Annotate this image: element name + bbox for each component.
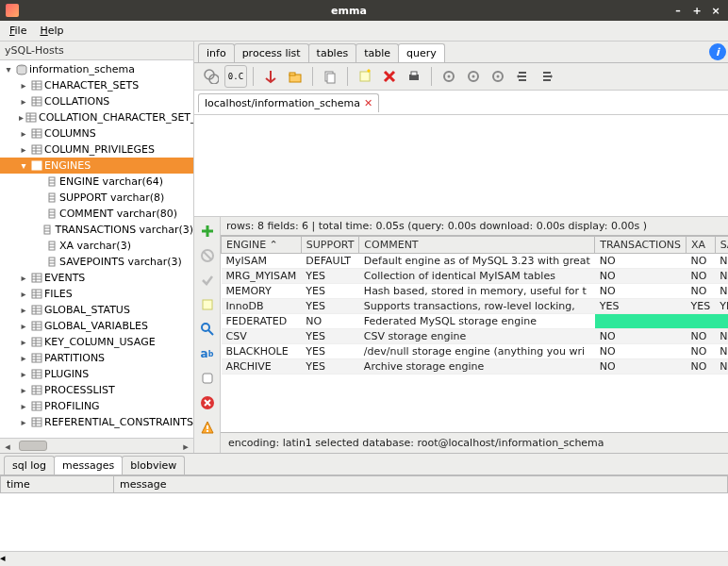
table-cell[interactable]: NO (687, 329, 716, 344)
table-cell[interactable]: NO (687, 284, 716, 299)
tree-item[interactable]: SAVEPOINTS varchar(3) (0, 254, 193, 270)
tree-item[interactable]: ▾information_schema (0, 61, 193, 77)
expander-icon[interactable]: ▸ (19, 401, 28, 411)
close-tab-icon[interactable]: ✕ (364, 97, 372, 109)
execute-button[interactable] (200, 65, 223, 88)
expander-icon[interactable]: ▸ (19, 337, 28, 347)
bottom-tab-messages[interactable]: messages (54, 456, 123, 474)
log-table[interactable]: time message (0, 474, 728, 551)
table-cell[interactable] (687, 314, 716, 329)
breadcrumb-tab[interactable]: localhost/information_schema ✕ (198, 93, 379, 112)
table-cell[interactable]: NO (595, 269, 687, 284)
table-cell[interactable]: Federated MySQL storage engine (359, 314, 595, 329)
cancel-icon[interactable] (197, 245, 218, 266)
table-cell[interactable]: NO (595, 359, 687, 375)
menu-help[interactable]: Help (34, 23, 69, 39)
table-cell[interactable]: NO (715, 329, 728, 344)
table-cell[interactable]: Default engine as of MySQL 3.23 with gre… (359, 254, 595, 269)
expander-icon[interactable]: ▸ (19, 417, 28, 427)
table-row[interactable]: InnoDBYESSupports transactions, row-leve… (222, 299, 729, 314)
maximize-button[interactable]: + (690, 4, 703, 17)
scroll-left-icon[interactable]: ◂ (0, 439, 15, 454)
column-header[interactable]: ENGINE ⌃ (222, 237, 302, 254)
table-cell[interactable]: YES (301, 344, 359, 359)
delete-button[interactable] (378, 65, 401, 88)
table-cell[interactable]: CSV storage engine (359, 329, 595, 344)
expander-icon[interactable]: ▸ (19, 112, 24, 123)
tree-item[interactable]: ▸PLUGINS (0, 366, 193, 382)
expander-icon[interactable]: ▸ (19, 369, 28, 379)
indent-right-button[interactable] (536, 65, 558, 88)
close-button[interactable]: × (709, 4, 722, 17)
error-icon[interactable] (197, 392, 218, 413)
bottom-tab-blobview[interactable]: blobview (122, 456, 185, 474)
table-cell[interactable]: YES (715, 299, 728, 314)
table-cell[interactable]: NO (687, 344, 716, 359)
table-cell[interactable]: NO (715, 284, 728, 299)
bottom-tab-sql-log[interactable]: sql log (4, 456, 55, 474)
table-cell[interactable]: YES (301, 299, 359, 314)
tab-query[interactable]: query (398, 43, 445, 62)
tree-item[interactable]: ▸GLOBAL_STATUS (0, 302, 193, 318)
table-cell[interactable]: NO (595, 329, 687, 344)
table-cell[interactable]: NO (687, 269, 716, 284)
minimize-button[interactable]: – (671, 4, 685, 17)
tree-item[interactable]: ▸PARTITIONS (0, 350, 193, 366)
expander-icon[interactable]: ▸ (19, 321, 28, 331)
table-cell[interactable]: Archive storage engine (359, 359, 595, 375)
table-cell[interactable]: NO (595, 284, 687, 299)
expander-icon[interactable]: ▸ (19, 289, 28, 299)
table-row[interactable]: MRG_MYISAMYESCollection of identical MyI… (222, 269, 729, 284)
table-cell[interactable]: Collection of identical MyISAM tables (359, 269, 595, 284)
table-row[interactable]: CSVYESCSV storage engineNONONO (222, 329, 729, 344)
toggle-icon[interactable] (197, 368, 218, 389)
table-row[interactable]: MyISAMDEFAULTDefault engine as of MySQL … (222, 254, 729, 269)
table-cell[interactable]: YES (301, 284, 359, 299)
table-cell[interactable]: NO (595, 254, 687, 269)
table-cell[interactable]: BLACKHOLE (222, 344, 302, 359)
table-cell[interactable]: NO (301, 314, 359, 329)
zoom-icon[interactable] (197, 319, 218, 340)
warning-icon[interactable] (197, 417, 218, 438)
expander-icon[interactable]: ▸ (19, 80, 28, 91)
expander-icon[interactable]: ▾ (4, 64, 13, 75)
table-cell[interactable]: NO (715, 269, 728, 284)
save-button[interactable] (259, 65, 282, 88)
table-cell[interactable] (595, 314, 687, 329)
copy-button[interactable] (319, 65, 341, 88)
log-col-message[interactable]: message (114, 476, 728, 493)
table-row[interactable]: MEMORYYESHash based, stored in memory, u… (222, 284, 729, 299)
tree-item[interactable]: ▾ENGINES (0, 158, 193, 174)
tree-item[interactable]: ▸PROCESSLIST (0, 382, 193, 398)
table-cell[interactable]: NO (687, 359, 716, 375)
indent-left-button[interactable] (511, 65, 534, 88)
expander-icon[interactable]: ▸ (19, 305, 28, 315)
expander-icon[interactable]: ▸ (19, 96, 28, 107)
help-icon[interactable]: i (709, 43, 726, 60)
table-cell[interactable]: MRG_MYISAM (222, 269, 302, 284)
sidebar-hscrollbar[interactable]: ◂ ▸ (0, 438, 193, 453)
table-cell[interactable]: YES (301, 359, 359, 375)
menu-file[interactable]: File (4, 23, 32, 39)
table-row[interactable]: ARCHIVEYESArchive storage engineNONONO (222, 359, 729, 375)
table-cell[interactable]: ARCHIVE (222, 359, 302, 375)
table-cell[interactable]: NO (715, 254, 728, 269)
format-button[interactable]: 0.C (224, 65, 247, 88)
gear2-button[interactable] (462, 65, 485, 88)
table-cell[interactable]: YES (301, 329, 359, 344)
new-button[interactable] (354, 65, 376, 88)
expander-icon[interactable]: ▸ (19, 128, 28, 139)
table-cell[interactable]: YES (301, 269, 359, 284)
table-cell[interactable]: FEDERATED (222, 314, 302, 329)
tree-view[interactable]: ▾information_schema▸CHARACTER_SETS▸COLLA… (0, 60, 193, 438)
expander-icon[interactable]: ▾ (19, 160, 28, 171)
tree-item[interactable]: ▸REFERENTIAL_CONSTRAINTS (0, 414, 193, 430)
table-cell[interactable]: DEFAULT (301, 254, 359, 269)
tab-process-list[interactable]: process list (234, 43, 309, 62)
column-header[interactable]: SUPPORT (301, 237, 359, 254)
tab-table[interactable]: table (356, 43, 399, 62)
gear1-button[interactable] (438, 65, 460, 88)
scroll-thumb[interactable] (19, 441, 47, 451)
table-cell[interactable]: MyISAM (222, 254, 302, 269)
tree-item[interactable]: ▸FILES (0, 286, 193, 302)
